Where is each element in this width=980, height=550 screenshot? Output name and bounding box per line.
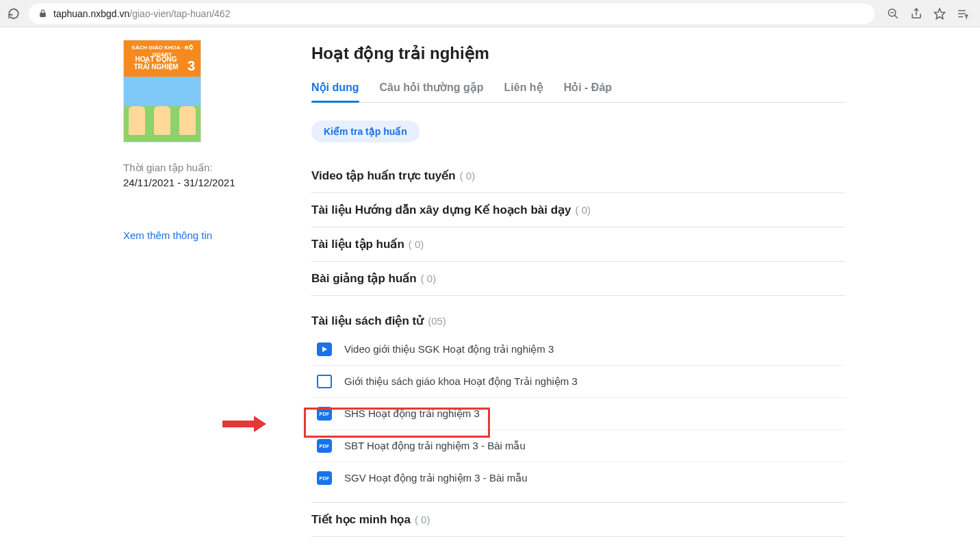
cover-grade: 3 xyxy=(188,58,195,74)
section-training-lectures[interactable]: Bài giảng tập huấn ( 0) xyxy=(311,262,845,296)
zoom-icon[interactable] xyxy=(887,8,899,20)
sidebar: SÁCH GIÁO KHOA · BỘ GD&ĐT HOẠT ĐỘNG TRẢI… xyxy=(0,40,311,537)
section-demo-lessons[interactable]: Tiết học minh họa ( 0) xyxy=(311,502,845,537)
address-bar[interactable]: taphuan.nxbgd.vn/giao-vien/tap-huan/462 xyxy=(29,3,875,24)
item-label: Video giới thiệu SGK Hoạt động trải nghi… xyxy=(344,343,554,355)
item-label: SGV Hoạt động trải nghiệm 3 - Bài mẫu xyxy=(344,472,528,484)
list-item[interactable]: PDF SGV Hoạt động trải nghiệm 3 - Bài mẫ… xyxy=(311,462,845,494)
section-count: ( 0) xyxy=(415,514,430,525)
url-path: /giao-vien/tap-huan/462 xyxy=(129,8,230,19)
lock-icon xyxy=(37,9,48,18)
training-time-value: 24/11/2021 - 31/12/2021 xyxy=(123,177,235,188)
tab-content[interactable]: Nội dung xyxy=(311,81,359,102)
check-training-button[interactable]: Kiểm tra tập huấn xyxy=(311,121,420,142)
section-title-text: Tài liệu tập huấn xyxy=(311,237,404,251)
page-body: SÁCH GIÁO KHOA · BỘ GD&ĐT HOẠT ĐỘNG TRẢI… xyxy=(0,27,979,550)
section-training-docs[interactable]: Tài liệu tập huấn ( 0) xyxy=(311,227,845,262)
svg-line-1 xyxy=(894,15,898,18)
reload-icon[interactable] xyxy=(4,4,23,23)
section-count: ( 0) xyxy=(576,204,591,216)
tab-qa[interactable]: Hỏi - Đáp xyxy=(564,81,612,102)
tab-contact[interactable]: Liên hệ xyxy=(504,81,543,102)
tabs: Nội dung Câu hỏi thường gặp Liên hệ Hỏi … xyxy=(311,81,845,103)
list-item[interactable]: PDF SBT Hoạt động trải nghiệm 3 - Bài mẫ… xyxy=(311,430,845,462)
section-title-text: Tiết học minh họa xyxy=(311,512,411,527)
page-title: Hoạt động trải nghiệm xyxy=(311,44,845,63)
tab-faq[interactable]: Câu hỏi thường gặp xyxy=(380,81,484,102)
item-label: SBT Hoạt động trải nghiệm 3 - Bài mẫu xyxy=(344,440,526,452)
svg-marker-7 xyxy=(322,347,327,352)
url-host: taphuan.nxbgd.vn xyxy=(53,8,129,19)
section-title-text: Bài giảng tập huấn xyxy=(311,271,417,286)
pdf-icon: PDF xyxy=(317,439,332,453)
pdf-icon: PDF xyxy=(317,407,332,421)
section-count: ( 0) xyxy=(421,273,437,284)
star-icon[interactable] xyxy=(933,8,946,20)
section-ebooks: Tài liệu sách điện tử (05) Video giới th… xyxy=(311,296,845,498)
section-title-text: Video tập huấn trực tuyến xyxy=(311,168,456,183)
svg-marker-3 xyxy=(935,8,945,18)
share-icon[interactable] xyxy=(910,8,923,20)
training-time-label: Thời gian tập huấn: xyxy=(123,162,212,174)
section-count: ( 0) xyxy=(460,170,476,182)
item-label: Giới thiệu sách giáo khoa Hoạt động Trải… xyxy=(344,375,578,388)
browser-actions xyxy=(880,8,976,20)
item-label: SHS Hoạt động trải nghiệm 3 xyxy=(344,408,480,420)
video-icon xyxy=(317,342,332,356)
list-item[interactable]: Giới thiệu sách giáo khoa Hoạt động Trải… xyxy=(311,366,845,398)
section-video-training[interactable]: Video tập huấn trực tuyến ( 0) xyxy=(311,159,845,193)
browser-toolbar: taphuan.nxbgd.vn/giao-vien/tap-huan/462 xyxy=(0,0,980,27)
section-title-text: Tài liệu sách điện tử xyxy=(311,314,424,328)
more-info-link[interactable]: Xem thêm thông tin xyxy=(123,229,212,241)
section-count: ( 0) xyxy=(409,238,424,250)
pdf-icon: PDF xyxy=(317,471,332,485)
presentation-icon xyxy=(317,375,332,388)
reading-list-icon[interactable] xyxy=(957,8,969,20)
cover-subject: HOẠT ĐỘNG TRẢI NGHIỆM xyxy=(129,55,183,71)
section-lesson-plan-guide[interactable]: Tài liệu Hướng dẫn xây dựng Kế hoạch bài… xyxy=(311,193,845,227)
main-content: Hoạt động trải nghiệm Nội dung Câu hỏi t… xyxy=(311,40,873,537)
book-cover: SÁCH GIÁO KHOA · BỘ GD&ĐT HOẠT ĐỘNG TRẢI… xyxy=(123,40,201,142)
list-item[interactable]: PDF SHS Hoạt động trải nghiệm 3 xyxy=(311,398,845,430)
section-count: (05) xyxy=(428,315,446,327)
list-item[interactable]: Video giới thiệu SGK Hoạt động trải nghi… xyxy=(311,334,845,366)
section-title-text: Tài liệu Hướng dẫn xây dựng Kế hoạch bài… xyxy=(311,203,571,217)
